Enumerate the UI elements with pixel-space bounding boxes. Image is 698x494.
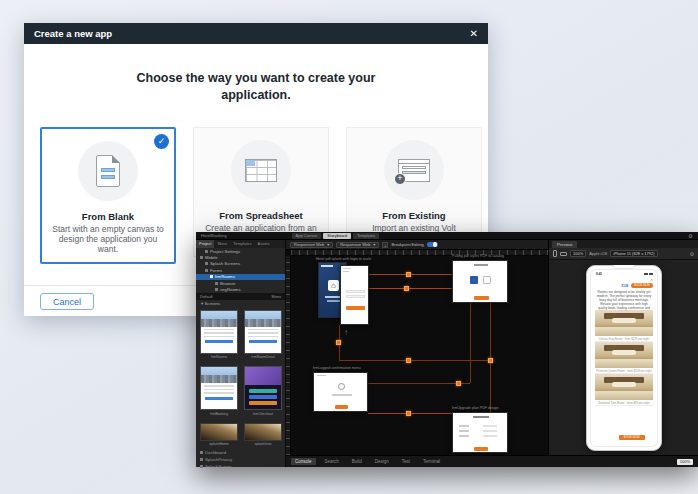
connector-node[interactable] — [404, 286, 409, 291]
section-header-right: Skins — [271, 293, 281, 300]
titlebar-tab[interactable]: App Canvas — [292, 233, 322, 239]
designer-window: HotelBooking App CanvasStoryboardTemplat… — [196, 232, 698, 467]
book-now-button[interactable]: BOOK NOW — [631, 283, 653, 288]
explorer-tab[interactable]: Project — [196, 240, 214, 248]
device-select[interactable]: iPhone 11 (828 x 1792) — [610, 250, 657, 257]
tree-item-icon — [215, 282, 218, 285]
thumbnail-caption: splashIntro — [244, 442, 282, 446]
room-photo — [595, 342, 653, 368]
preview-screen: 9:41 ✕ $128 BOOK NOW Rooms are designed … — [590, 269, 658, 447]
connector-node[interactable] — [406, 411, 411, 416]
landscape-orientation-icon[interactable] — [560, 252, 567, 256]
gear-icon[interactable]: ⚙ — [690, 251, 694, 257]
up-arrow-icon: ↑ — [344, 328, 348, 337]
form-thumbnail[interactable]: frmRoomDetail — [244, 310, 282, 360]
connector-node[interactable] — [456, 381, 461, 386]
thumbnail-image — [200, 310, 238, 354]
list-item[interactable]: Dashboard — [196, 449, 285, 456]
option-icon-blob — [231, 140, 291, 200]
breakpoint-select-1[interactable]: Responsive Web▾ — [290, 242, 333, 248]
room-card: Standard Twin Room · from $88 per night — [595, 374, 653, 406]
create-option-card[interactable]: ✓From BlankStart with an empty canvas to… — [40, 127, 176, 264]
import-icon: + — [398, 159, 430, 182]
tree-item-icon — [205, 262, 208, 265]
connector-node[interactable] — [406, 358, 411, 363]
breakpoint-select-2[interactable]: Responsive Web▾ — [336, 242, 379, 248]
screen-group-label: frmLogged confirmation menu — [313, 366, 361, 370]
close-icon[interactable]: ✕ — [470, 28, 478, 39]
statusbar-tab[interactable]: Search — [321, 458, 343, 465]
explorer-tab[interactable]: Templates — [230, 240, 254, 248]
form-icon — [200, 458, 203, 461]
list-item[interactable]: SplashPrivacy — [196, 456, 285, 463]
iphone-frame: 9:41 ✕ $128 BOOK NOW Rooms are designed … — [586, 265, 662, 451]
form-thumbnail[interactable]: frmRooms — [200, 310, 238, 360]
tree-item-label: Browser — [220, 281, 236, 286]
thumbnail-caption: frmRoomDetail — [244, 355, 282, 359]
preview-zoom-select[interactable]: 100% — [570, 250, 586, 257]
option-description: Start with an empty canvas to design the… — [52, 224, 164, 254]
screen-group-label: frmUpgrade plan PDF design — [452, 406, 499, 410]
titlebar-tab[interactable]: Templates — [353, 233, 379, 239]
price-link[interactable]: $128 — [622, 284, 629, 288]
breakpoint-toggle[interactable] — [427, 242, 438, 248]
statusbar-tab[interactable]: Build — [348, 458, 366, 465]
room-photo — [595, 310, 653, 336]
tree-item-label: Mobile — [205, 255, 218, 260]
canvas-screen-catalog[interactable] — [452, 260, 508, 303]
storyboard-canvas[interactable]: Responsive Web▾ Responsive Web▾ + Breakp… — [286, 240, 548, 455]
canvas-screen-login[interactable] — [340, 265, 369, 325]
house-icon: ⌂ — [328, 280, 339, 291]
connector-node[interactable] — [336, 340, 341, 345]
explorer-tab[interactable]: Skins — [214, 240, 230, 248]
titlebar-tab[interactable]: Storyboard — [323, 233, 351, 239]
canvas-screen-upgrade[interactable] — [452, 412, 508, 453]
gear-icon[interactable]: ⚙ — [688, 233, 693, 239]
statusbar-tab[interactable]: Console — [291, 458, 316, 465]
add-breakpoint-button[interactable]: + — [382, 242, 388, 248]
connector-node[interactable] — [488, 358, 493, 363]
tab-preview[interactable]: Preview — [552, 241, 577, 248]
list-item[interactable]: SplashScreen — [196, 463, 285, 470]
skins-section-header: Default Skins — [196, 293, 285, 300]
toggle-label: Breakpoint Editing — [391, 242, 423, 247]
chevron-down-icon: ▾ — [327, 242, 329, 247]
close-icon[interactable]: ✕ — [650, 278, 653, 282]
thumbnail-image — [244, 310, 282, 354]
statusbar-tab[interactable]: Design — [371, 458, 393, 465]
thumbnail-caption: frmRooms — [200, 355, 238, 359]
form-thumbnail[interactable]: splashIntro — [244, 423, 282, 447]
project-explorer-panel: ProjectSkinsTemplatesAssets Project Sett… — [196, 240, 286, 467]
explorer-tab[interactable]: Assets — [254, 240, 272, 248]
phone-notch — [613, 265, 635, 269]
designer-statusbar: ConsoleSearchBuildDesignTestTerminal 100… — [286, 455, 698, 467]
bottom-book-button[interactable]: BOOK NOW — [619, 435, 645, 440]
option-title: From Spreadsheet — [194, 210, 328, 221]
option-icon-blob: + — [384, 140, 444, 200]
option-icon-blob — [78, 141, 138, 201]
project-name: HotelBooking — [201, 233, 227, 238]
tree-item-icon — [210, 275, 213, 278]
list-item-label: SplashPrivacy — [205, 457, 232, 462]
preview-toolbar: 100% Apple iOS iPhone 11 (828 x 1792) ⚙ — [549, 248, 698, 260]
statusbar-tab[interactable]: Terminal — [419, 458, 444, 465]
canvas-screen-confirmation[interactable] — [313, 372, 368, 412]
connector-node[interactable] — [406, 272, 411, 277]
cancel-button[interactable]: Cancel — [40, 293, 94, 310]
platform-label: Apple iOS — [589, 251, 607, 256]
tree-item-label: Splash Screens — [210, 261, 240, 266]
form-thumbnail[interactable]: frmBooking — [200, 366, 238, 416]
tree-item-icon — [215, 288, 218, 291]
screens-group-row[interactable]: ▾ Screens — [196, 300, 285, 308]
designer-titlebar: HotelBooking App CanvasStoryboardTemplat… — [196, 232, 698, 240]
form-thumbnail[interactable]: frmCheckout — [244, 366, 282, 416]
list-item-label: SplashScreen — [205, 464, 232, 469]
room-photo — [595, 374, 653, 400]
thumbnail-image — [200, 423, 238, 441]
flow-wire — [369, 288, 452, 289]
portrait-orientation-icon[interactable] — [553, 250, 557, 257]
form-thumbnail[interactable]: splashHome — [200, 423, 238, 447]
statusbar-tab[interactable]: Test — [398, 458, 414, 465]
modal-title: Create a new app — [34, 28, 112, 39]
document-icon — [96, 155, 120, 187]
